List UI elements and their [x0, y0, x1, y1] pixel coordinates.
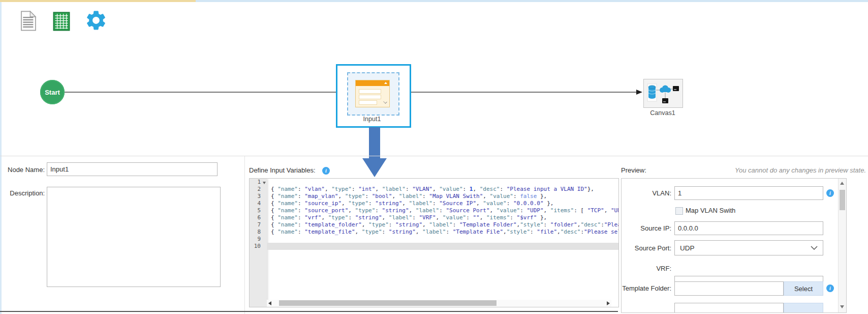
chevron-down-icon	[811, 246, 818, 250]
vlan-label: VLAN:	[622, 189, 671, 197]
canvas-node-icon	[647, 82, 679, 105]
source-ip-label: Source IP:	[622, 224, 671, 232]
section-divider	[244, 156, 245, 314]
drilldown-arrow-icon	[369, 127, 380, 159]
spreadsheet-icon[interactable]	[53, 12, 70, 33]
left-edge-strip	[0, 2, 2, 314]
info-icon[interactable]	[826, 189, 834, 197]
form-icon-header	[356, 80, 389, 86]
preview-form: VLAN: Map VLAN Swith Source IP: Source P…	[621, 178, 847, 313]
edge-start-to-input	[65, 92, 349, 93]
form-icon-field	[359, 95, 381, 99]
editor-gutter: 12345678910	[250, 179, 267, 307]
start-node[interactable]: Start	[40, 80, 65, 104]
form-icon-field	[359, 100, 377, 105]
info-icon[interactable]	[826, 284, 834, 292]
scroll-up-arrow-icon[interactable]	[840, 182, 844, 185]
source-ip-input[interactable]	[674, 221, 823, 235]
json-code-editor[interactable]: 12345678910 ​{ "name": "vlan", "type": "…	[249, 178, 619, 307]
preview-title: Preview:	[621, 166, 646, 174]
preview-notice: You cannot do any changes in preview sta…	[676, 166, 866, 174]
panel-bottom-border	[0, 311, 618, 312]
panel-separator	[0, 156, 868, 156]
input-form-icon	[355, 80, 390, 107]
editor-title: Define Input Variables:	[249, 166, 316, 174]
source-port-select[interactable]: UDP	[674, 240, 823, 255]
canvas-node[interactable]	[643, 79, 683, 108]
caret-up-icon	[384, 82, 387, 84]
template-folder-select-button[interactable]: Select	[784, 281, 823, 296]
input-node-label: Input1	[336, 116, 408, 123]
canvas-node-label: Canvas1	[637, 109, 688, 117]
scroll-down-arrow-icon[interactable]	[840, 305, 844, 308]
drilldown-arrow-icon	[362, 158, 387, 177]
node-name-input[interactable]	[47, 162, 218, 176]
top-edge-strip-yellow	[0, 0, 196, 2]
scroll-right-arrow-icon[interactable]	[607, 301, 610, 305]
scrollbar-thumb[interactable]	[840, 190, 845, 210]
vrf-label: VRF:	[622, 265, 671, 272]
form-icon-field	[359, 89, 381, 94]
description-label: Description:	[3, 189, 45, 197]
scroll-left-arrow-icon[interactable]	[268, 301, 271, 305]
edge-input-to-canvas	[396, 92, 636, 93]
template-file-input[interactable]	[674, 303, 784, 313]
template-folder-label: Template Folder:	[622, 284, 671, 292]
template-folder-input[interactable]	[674, 281, 784, 296]
description-textarea[interactable]	[47, 187, 221, 287]
edge-arrowhead	[636, 90, 642, 95]
top-edge-strip-blue	[196, 0, 868, 2]
template-file-select-button[interactable]	[784, 303, 823, 313]
chevron-down-icon	[383, 100, 387, 104]
source-port-value: UDP	[680, 244, 695, 252]
document-icon[interactable]	[20, 11, 37, 33]
horizontal-scrollbar[interactable]	[267, 300, 611, 307]
map-vlan-checkbox[interactable]	[675, 207, 683, 215]
scrollbar-thumb[interactable]	[279, 300, 497, 306]
vertical-scrollbar[interactable]	[838, 179, 846, 312]
settings-gear-icon[interactable]	[84, 9, 108, 34]
app-window: Start Input1	[0, 0, 868, 314]
info-icon[interactable]	[322, 167, 330, 175]
map-vlan-label: Map VLAN Swith	[686, 207, 735, 214]
vlan-input[interactable]	[674, 186, 823, 200]
editor-code[interactable]: ​{ "name": "vlan", "type": "int", "label…	[267, 179, 618, 300]
node-name-label: Node Name:	[3, 166, 45, 174]
source-port-label: Source Port:	[622, 244, 671, 252]
